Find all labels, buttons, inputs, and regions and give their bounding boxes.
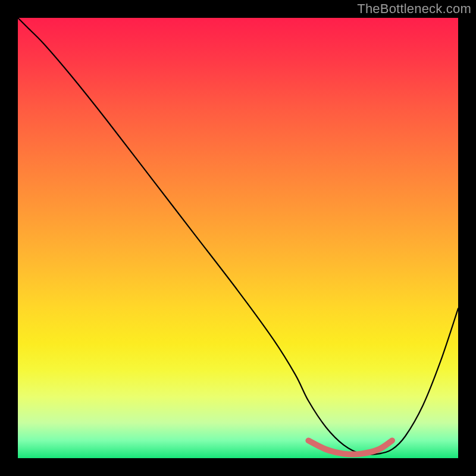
curve-overlay (18, 18, 458, 458)
chart-container: TheBottleneck.com (0, 0, 476, 476)
watermark-text: TheBottleneck.com (357, 1, 471, 17)
optimal-range-path (308, 440, 392, 454)
bottleneck-curve-path (18, 18, 458, 455)
